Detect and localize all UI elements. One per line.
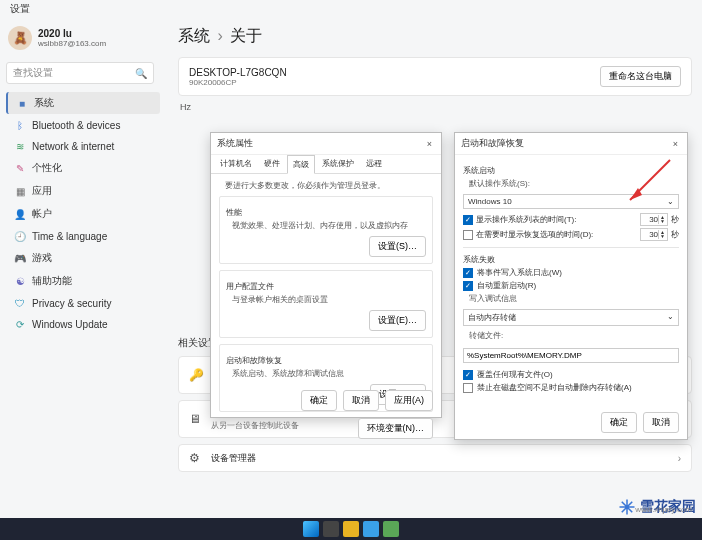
show-recovery-checkbox[interactable] [463,230,473,240]
overwrite-checkbox[interactable]: ✓ [463,370,473,380]
system-properties-dialog: 系统属性 × 计算机名硬件高级系统保护远程 要进行大多数更改，你必须作为管理员登… [210,132,442,418]
autorestart-checkbox[interactable]: ✓ [463,281,473,291]
sidebar-item-4[interactable]: ▦应用 [6,180,160,202]
nav-icon: 🛡 [14,297,26,309]
default-os-select[interactable]: Windows 10⌄ [463,194,679,209]
avatar: 🧸 [8,26,32,50]
sidebar-item-6[interactable]: 🕘Time & language [6,226,160,246]
startup-title: 启动和故障恢复 [226,355,426,366]
nav-label: Privacy & security [32,298,111,309]
sidebar-item-8[interactable]: ☯辅助功能 [6,270,160,292]
explorer-icon[interactable] [343,521,359,537]
search-icon: 🔍 [135,68,147,79]
nav-icon: 🎮 [14,252,26,264]
admin-note: 要进行大多数更改，你必须作为管理员登录。 [225,180,433,192]
nav-label: Network & internet [32,141,114,152]
user-block[interactable]: 🧸 2020 lu wslbb87@163.com [6,24,160,52]
cancel-button[interactable]: 取消 [343,390,379,411]
close-icon[interactable]: × [670,139,681,149]
sidebar-item-0[interactable]: ■系统 [6,92,160,114]
nav-icon: 👤 [14,208,26,220]
dialog-title: 启动和故障恢复 [461,137,524,150]
device-card: DESKTOP-L7G8CQN 90K20006CP 重命名这台电脑 [178,57,692,96]
hz-label: Hz [180,102,692,112]
perf-settings-button[interactable]: 设置(S)… [369,236,426,257]
nav-label: 应用 [32,184,52,198]
show-recovery-label: 在需要时显示恢复选项的时间(D): [476,229,637,240]
nav-icon: 🕘 [14,230,26,242]
nav-icon: ≋ [14,140,26,152]
ok-button[interactable]: 确定 [301,390,337,411]
chevron-down-icon: ⌄ [667,312,674,323]
nav-label: 游戏 [32,251,52,265]
dialog-title: 系统属性 [217,137,253,150]
taskbar[interactable] [0,518,702,540]
sidebar-item-2[interactable]: ≋Network & internet [6,136,160,156]
nav-label: 帐户 [32,207,52,221]
nav-label: 个性化 [32,161,62,175]
sidebar: 🧸 2020 lu wslbb87@163.com 查找设置 🔍 ■系统ᛒBlu… [0,20,160,520]
sidebar-item-9[interactable]: 🛡Privacy & security [6,293,160,313]
related-item-2[interactable]: ⚙设备管理器› [178,444,692,472]
tab-2[interactable]: 高级 [287,155,315,174]
device-model: 90K20006CP [189,78,287,87]
user-name: 2020 lu [38,28,106,39]
startup-recovery-dialog: 启动和故障恢复 × 系统启动 默认操作系统(S): Windows 10⌄ ✓ … [454,132,688,440]
env-vars-button[interactable]: 环境变量(N)… [358,418,434,439]
related-icon: ⚙ [189,451,203,465]
tab-0[interactable]: 计算机名 [215,155,257,173]
chevron-right-icon: › [678,453,681,464]
oslist-time-spinner[interactable]: 30▲▼ [640,213,668,226]
sidebar-item-5[interactable]: 👤帐户 [6,203,160,225]
sidebar-item-1[interactable]: ᛒBluetooth & devices [6,115,160,135]
device-name: DESKTOP-L7G8CQN [189,67,287,78]
tab-4[interactable]: 远程 [361,155,387,173]
nav-icon: ☯ [14,275,26,287]
lowdisk-checkbox[interactable] [463,383,473,393]
startup-desc: 系统启动、系统故障和调试信息 [232,368,426,380]
dumpfile-input[interactable] [463,348,679,363]
recovery-time-spinner[interactable]: 30▲▼ [640,228,668,241]
related-icon: 🖥 [189,412,203,426]
cancel-button[interactable]: 取消 [643,412,679,433]
tab-1[interactable]: 硬件 [259,155,285,173]
sidebar-item-10[interactable]: ⟳Windows Update [6,314,160,334]
profile-settings-button[interactable]: 设置(E)… [369,310,426,331]
nav-label: 辅助功能 [32,274,72,288]
user-email: wslbb87@163.com [38,39,106,48]
search-input[interactable]: 查找设置 🔍 [6,62,154,84]
app-icon[interactable] [383,521,399,537]
dumpfile-label: 转储文件: [469,330,679,342]
sidebar-item-3[interactable]: ✎个性化 [6,157,160,179]
window-title: 设置 [0,0,702,20]
sidebar-item-7[interactable]: 🎮游戏 [6,247,160,269]
snowflake-icon [618,498,636,516]
close-icon[interactable]: × [424,139,435,149]
rename-pc-button[interactable]: 重命名这台电脑 [600,66,681,87]
nav-icon: ✎ [14,162,26,174]
edge-icon[interactable] [363,521,379,537]
watermark-url: www.xhjaty.com [635,505,692,514]
debug-select[interactable]: 自动内存转储⌄ [463,309,679,326]
show-oslist-checkbox[interactable]: ✓ [463,215,473,225]
taskview-icon[interactable] [323,521,339,537]
nav-label: Time & language [32,231,107,242]
nav-label: Windows Update [32,319,108,330]
writelog-checkbox[interactable]: ✓ [463,268,473,278]
perf-title: 性能 [226,207,426,218]
nav-icon: ᛒ [14,119,26,131]
default-os-label: 默认操作系统(S): [469,178,679,190]
start-icon[interactable] [303,521,319,537]
apply-button[interactable]: 应用(A) [385,390,433,411]
failure-section-label: 系统失败 [463,254,679,265]
ok-button[interactable]: 确定 [601,412,637,433]
startup-section-label: 系统启动 [463,165,679,176]
profile-title: 用户配置文件 [226,281,426,292]
tab-3[interactable]: 系统保护 [317,155,359,173]
nav-icon: ⟳ [14,318,26,330]
show-oslist-label: 显示操作系统列表的时间(T): [476,214,637,225]
profile-desc: 与登录帐户相关的桌面设置 [232,294,426,306]
nav-icon: ▦ [14,185,26,197]
breadcrumb: 系统 › 关于 [178,26,692,47]
chevron-down-icon: ⌄ [667,197,674,206]
